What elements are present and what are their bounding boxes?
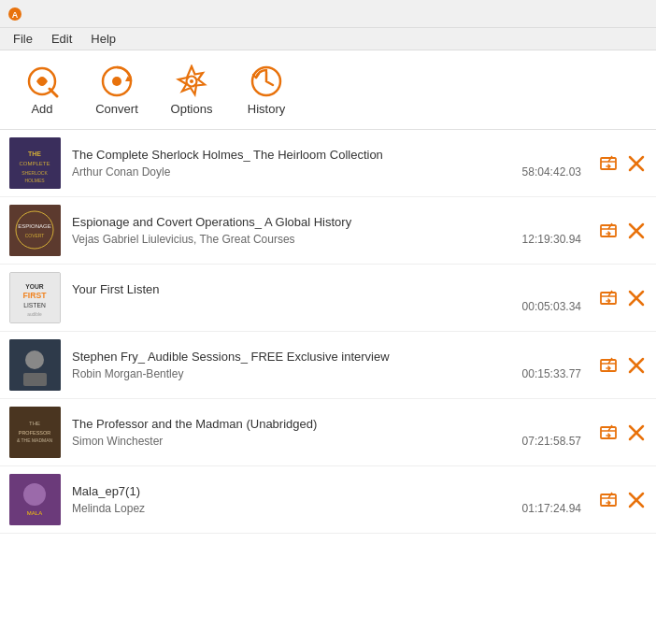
item-meta: Melinda Lopez 01:17:24.94	[72, 502, 591, 515]
open-folder-button[interactable]	[598, 153, 619, 174]
item-actions	[598, 288, 647, 308]
svg-text:COMPLETE: COMPLETE	[19, 161, 50, 166]
svg-text:& THE MADMAN: & THE MADMAN	[17, 437, 53, 443]
svg-text:PROFESSOR: PROFESSOR	[19, 430, 51, 436]
menu-file[interactable]: File	[4, 30, 42, 48]
menu-bar: File Edit Help	[0, 28, 656, 50]
open-folder-button[interactable]	[598, 490, 619, 510]
item-info: The Complete Sherlock Holmes_ The Heirlo…	[72, 148, 591, 179]
svg-text:audible: audible	[27, 312, 42, 317]
history-icon	[250, 64, 283, 98]
item-author: Arthur Conan Doyle	[72, 165, 170, 179]
close-button[interactable]	[624, 5, 649, 23]
item-duration: 58:04:42.03	[522, 165, 581, 179]
add-button[interactable]: Add	[9, 55, 75, 125]
item-actions	[598, 153, 647, 174]
album-art: MALA	[9, 474, 61, 525]
remove-button[interactable]	[626, 490, 647, 510]
svg-point-3	[38, 78, 46, 85]
svg-text:A: A	[12, 10, 19, 20]
item-actions	[598, 355, 647, 376]
list-item: ESPIONAGECOVERT Espionage and Covert Ope…	[0, 197, 656, 265]
svg-text:YOUR: YOUR	[25, 283, 44, 290]
options-icon	[175, 64, 208, 98]
svg-rect-35	[23, 373, 47, 386]
album-art: ESPIONAGECOVERT	[9, 205, 61, 256]
item-info: Espionage and Covert Operations_ A Globa…	[72, 215, 591, 246]
remove-button[interactable]	[626, 221, 647, 241]
remove-button[interactable]	[626, 355, 647, 376]
list-item: THEPROFESSOR& THE MADMAN The Professor a…	[0, 399, 656, 466]
item-duration: 12:19:30.94	[522, 233, 581, 246]
item-actions	[598, 490, 647, 510]
item-actions	[598, 422, 647, 443]
svg-text:LISTEN: LISTEN	[23, 302, 46, 308]
list-item: THECOMPLETESHERLOCKHOLMES The Complete S…	[0, 130, 656, 197]
convert-icon	[100, 64, 134, 98]
item-author: Melinda Lopez	[72, 502, 145, 515]
svg-point-8	[190, 79, 193, 83]
item-meta: Robin Morgan-Bentley 00:15:33.77	[72, 367, 591, 380]
remove-button[interactable]	[626, 422, 647, 443]
open-folder-button[interactable]	[598, 288, 619, 308]
item-info: Your First Listen 00:05:03.34	[72, 282, 591, 313]
svg-text:THE: THE	[29, 421, 40, 426]
item-info: The Professor and the Madman (Unabridged…	[72, 417, 591, 448]
svg-text:SHERLOCK: SHERLOCK	[21, 170, 48, 176]
item-title: The Complete Sherlock Holmes_ The Heirlo…	[72, 148, 591, 162]
item-title: The Professor and the Madman (Unabridged…	[72, 417, 591, 431]
svg-point-47	[23, 483, 46, 506]
list-item: YOURFIRSTLISTENaudible Your First Listen…	[0, 265, 656, 332]
album-art: THECOMPLETESHERLOCKHOLMES	[9, 137, 61, 189]
menu-help[interactable]: Help	[81, 30, 125, 48]
add-label: Add	[31, 102, 52, 116]
item-author: Simon Winchester	[72, 435, 163, 448]
item-author: Vejas Gabriel Liulevicius, The Great Cou…	[72, 233, 295, 246]
content-list: THECOMPLETESHERLOCKHOLMES The Complete S…	[0, 130, 656, 644]
menu-edit[interactable]: Edit	[42, 30, 81, 48]
window-controls	[572, 5, 649, 23]
album-art: THEPROFESSOR& THE MADMAN	[9, 407, 61, 458]
minimize-button[interactable]	[572, 5, 596, 23]
history-button[interactable]: History	[234, 55, 299, 125]
convert-button[interactable]: Convert	[84, 55, 150, 125]
svg-text:ESPIONAGE: ESPIONAGE	[18, 223, 50, 229]
item-title: Espionage and Covert Operations_ A Globa…	[72, 215, 591, 229]
maximize-button[interactable]	[598, 5, 622, 23]
item-meta: 00:05:03.34	[72, 300, 591, 313]
history-label: History	[248, 102, 285, 116]
options-label: Options	[171, 102, 213, 116]
album-art	[9, 339, 61, 391]
toolbar: Add Convert Options	[0, 50, 656, 130]
svg-text:FIRST: FIRST	[23, 291, 48, 300]
open-folder-button[interactable]	[598, 221, 619, 241]
remove-button[interactable]	[626, 288, 647, 308]
item-title: Stephen Fry_ Audible Sessions_ FREE Excl…	[72, 350, 591, 364]
item-meta: Simon Winchester 07:21:58.57	[72, 435, 591, 448]
item-meta: Vejas Gabriel Liulevicius, The Great Cou…	[72, 233, 591, 246]
add-icon	[25, 64, 59, 98]
open-folder-button[interactable]	[598, 422, 619, 443]
svg-point-6	[112, 77, 121, 86]
list-item: Stephen Fry_ Audible Sessions_ FREE Excl…	[0, 332, 656, 399]
options-button[interactable]: Options	[159, 55, 224, 125]
svg-text:COVERT: COVERT	[25, 233, 45, 238]
item-duration: 00:05:03.34	[522, 300, 581, 313]
item-info: Mala_ep7(1) Melinda Lopez 01:17:24.94	[72, 484, 591, 515]
svg-point-34	[25, 351, 44, 369]
item-duration: 00:15:33.77	[522, 367, 581, 380]
item-duration: 07:21:58.57	[522, 435, 581, 448]
item-author: Robin Morgan-Bentley	[72, 367, 183, 380]
item-duration: 01:17:24.94	[522, 502, 581, 515]
open-folder-button[interactable]	[598, 355, 619, 376]
item-info: Stephen Fry_ Audible Sessions_ FREE Excl…	[72, 350, 591, 380]
svg-text:HOLMES: HOLMES	[24, 178, 45, 183]
convert-label: Convert	[95, 102, 138, 116]
app-icon: A	[7, 7, 22, 21]
item-title: Mala_ep7(1)	[72, 484, 591, 498]
remove-button[interactable]	[626, 153, 647, 174]
title-bar: A	[0, 0, 656, 28]
item-title: Your First Listen	[72, 282, 591, 296]
svg-text:THE: THE	[28, 150, 41, 157]
item-actions	[598, 221, 647, 241]
